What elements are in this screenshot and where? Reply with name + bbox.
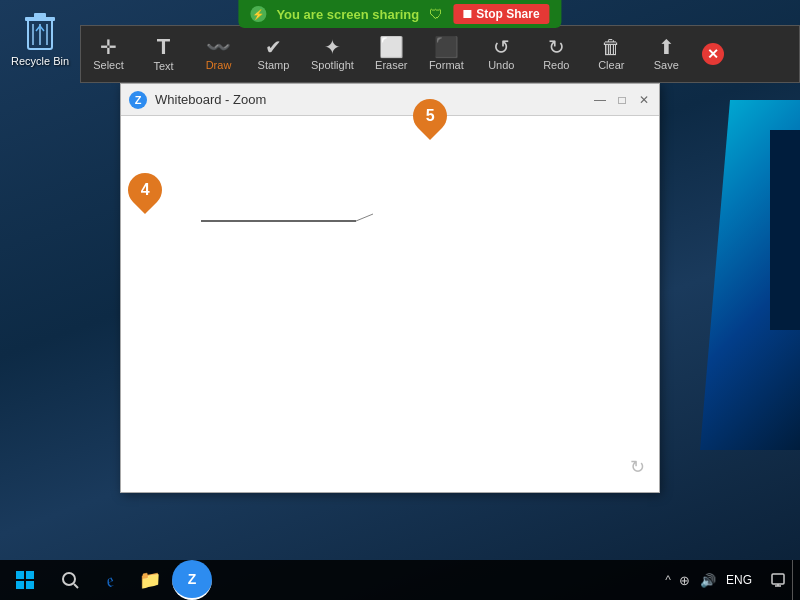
toolbar-stamp[interactable]: ✔ Stamp xyxy=(246,33,301,75)
recycle-bin-graphic xyxy=(20,9,60,53)
clear-label: Clear xyxy=(598,59,624,71)
desktop-decoration-inner xyxy=(770,130,800,330)
stop-share-button[interactable]: Stop Share xyxy=(453,4,549,24)
select-label: Select xyxy=(93,59,124,71)
window-controls: — □ ✕ xyxy=(593,93,651,107)
systray-chevron-icon[interactable]: ^ xyxy=(663,571,673,589)
eraser-label: Eraser xyxy=(375,59,407,71)
svg-rect-10 xyxy=(772,574,784,584)
screen-share-bar: ⚡ You are screen sharing 🛡 Stop Share xyxy=(238,0,561,28)
taskbar-search-button[interactable] xyxy=(50,560,90,600)
save-label: Save xyxy=(654,59,679,71)
drawn-line xyxy=(201,206,401,236)
format-label: Format xyxy=(429,59,464,71)
step-5-label: 5 xyxy=(426,107,435,125)
toolbar-format[interactable]: ⬛ Format xyxy=(419,33,474,75)
stamp-icon: ✔ xyxy=(265,37,282,57)
svg-line-9 xyxy=(74,584,78,588)
toolbar-draw[interactable]: 〰️ Draw xyxy=(191,33,246,75)
svg-line-7 xyxy=(356,214,373,221)
undo-icon: ↺ xyxy=(493,37,510,57)
spotlight-icon: ✦ xyxy=(324,37,341,57)
text-icon: T xyxy=(157,36,170,58)
whiteboard-window: Z Whiteboard - Zoom — □ ✕ ↻ xyxy=(120,83,660,493)
recycle-bin-label: Recycle Bin xyxy=(11,55,69,67)
redo-label: Redo xyxy=(543,59,569,71)
draw-icon: 〰️ xyxy=(206,37,231,57)
redo-icon: ↻ xyxy=(548,37,565,57)
recycle-bin-icon[interactable]: Recycle Bin xyxy=(5,5,75,71)
stop-share-label: Stop Share xyxy=(476,7,539,21)
toolbar-eraser[interactable]: ⬜ Eraser xyxy=(364,33,419,75)
window-titlebar: Z Whiteboard - Zoom — □ ✕ xyxy=(121,84,659,116)
step-4-label: 4 xyxy=(141,181,150,199)
toolbar-select[interactable]: ✛ Select xyxy=(81,33,136,75)
undo-label: Undo xyxy=(488,59,514,71)
whiteboard-canvas[interactable]: ↻ xyxy=(121,116,659,492)
text-label: Text xyxy=(153,60,173,72)
system-tray: ^ ⊕ 🔊 ENG xyxy=(663,571,764,590)
volume-icon[interactable]: 🔊 xyxy=(696,571,720,590)
screen-share-indicator: ⚡ xyxy=(250,6,266,22)
show-desktop-button[interactable] xyxy=(764,560,792,600)
zoom-app-icon: Z xyxy=(129,91,147,109)
save-icon: ⬆ xyxy=(658,37,675,57)
desktop: Recycle Bin ⚡ You are screen sharing 🛡 S… xyxy=(0,0,800,600)
desktop-icon xyxy=(771,573,785,587)
taskbar: 𝔢 📁 Z ^ ⊕ 🔊 ENG xyxy=(0,560,800,600)
folder-icon: 📁 xyxy=(139,569,161,591)
toolbar-text[interactable]: T Text xyxy=(136,32,191,76)
network-icon[interactable]: ⊕ xyxy=(675,571,694,590)
search-icon xyxy=(61,571,79,589)
close-button[interactable]: ✕ xyxy=(637,93,651,107)
screen-share-text: You are screen sharing xyxy=(276,7,419,22)
clear-icon: 🗑 xyxy=(601,37,621,57)
svg-rect-2 xyxy=(34,13,46,18)
svg-point-8 xyxy=(63,573,75,585)
whiteboard-toolbar: ✛ Select T Text 〰️ Draw ✔ Stamp ✦ Spotli… xyxy=(80,25,800,83)
refresh-icon[interactable]: ↻ xyxy=(630,456,645,478)
eraser-icon: ⬜ xyxy=(379,37,404,57)
draw-label: Draw xyxy=(206,59,232,71)
shield-icon: 🛡 xyxy=(429,6,443,22)
toolbar-spotlight[interactable]: ✦ Spotlight xyxy=(301,33,364,75)
stamp-label: Stamp xyxy=(258,59,290,71)
edge-icon: 𝔢 xyxy=(106,569,114,592)
start-button[interactable] xyxy=(0,560,50,600)
minimize-button[interactable]: — xyxy=(593,93,607,107)
maximize-button[interactable]: □ xyxy=(615,93,629,107)
format-icon: ⬛ xyxy=(434,37,459,57)
window-title: Whiteboard - Zoom xyxy=(155,92,593,107)
taskbar-explorer-icon[interactable]: 📁 xyxy=(130,560,170,600)
taskbar-right-edge[interactable] xyxy=(792,560,800,600)
spotlight-label: Spotlight xyxy=(311,59,354,71)
toolbar-redo[interactable]: ↻ Redo xyxy=(529,33,584,75)
taskbar-zoom-icon[interactable]: Z xyxy=(172,560,212,600)
toolbar-save[interactable]: ⬆ Save xyxy=(639,33,694,75)
stop-icon xyxy=(463,10,471,18)
toolbar-clear[interactable]: 🗑 Clear xyxy=(584,33,639,75)
language-indicator[interactable]: ENG xyxy=(722,571,756,589)
toolbar-close-button[interactable]: ✕ xyxy=(702,43,724,65)
windows-logo-icon xyxy=(16,571,34,589)
taskbar-edge-icon[interactable]: 𝔢 xyxy=(90,560,130,600)
toolbar-undo[interactable]: ↺ Undo xyxy=(474,33,529,75)
select-icon: ✛ xyxy=(100,37,117,57)
